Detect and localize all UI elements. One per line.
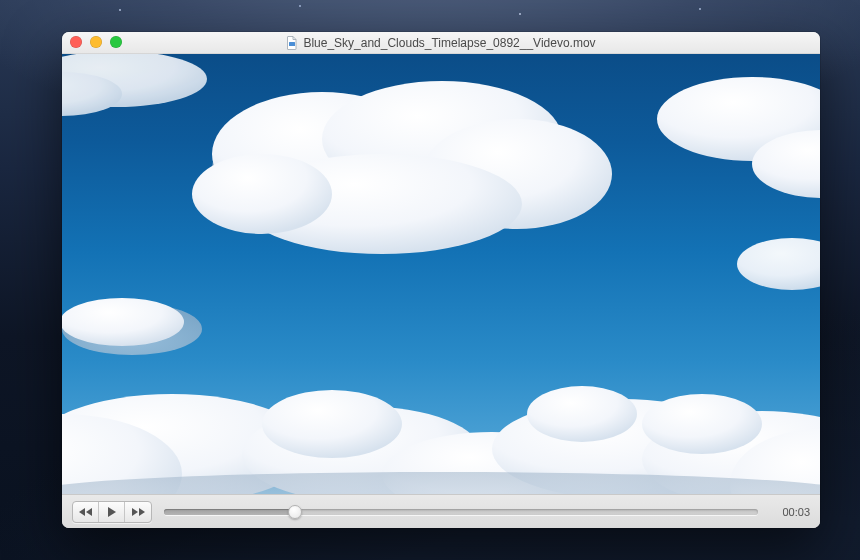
desktop-background: Blue_Sky_and_Clouds_Timelapse_0892__Vide… — [0, 0, 860, 560]
traffic-lights — [70, 36, 122, 48]
window-title-wrap: Blue_Sky_and_Clouds_Timelapse_0892__Vide… — [62, 36, 820, 50]
titlebar[interactable]: Blue_Sky_and_Clouds_Timelapse_0892__Vide… — [62, 32, 820, 54]
window-title: Blue_Sky_and_Clouds_Timelapse_0892__Vide… — [303, 36, 595, 50]
svg-rect-0 — [289, 42, 295, 46]
rewind-button[interactable] — [73, 502, 99, 522]
clouds-artwork — [62, 54, 820, 494]
svg-point-13 — [62, 298, 184, 346]
minimize-button[interactable] — [90, 36, 102, 48]
svg-point-17 — [262, 390, 402, 458]
time-display: 00:03 — [770, 506, 810, 518]
fast-forward-button[interactable] — [125, 502, 151, 522]
scrubber-thumb[interactable] — [288, 505, 302, 519]
scrubber-track — [164, 509, 758, 515]
play-icon — [107, 507, 117, 517]
svg-point-6 — [192, 154, 332, 234]
video-player-window: Blue_Sky_and_Clouds_Timelapse_0892__Vide… — [62, 32, 820, 528]
zoom-button[interactable] — [110, 36, 122, 48]
video-viewport[interactable] — [62, 54, 820, 494]
playback-controls: 00:03 — [62, 494, 820, 528]
play-button[interactable] — [99, 502, 125, 522]
rewind-icon — [79, 507, 93, 517]
document-icon — [286, 36, 298, 50]
scrubber-fill — [164, 509, 295, 515]
close-button[interactable] — [70, 36, 82, 48]
fast-forward-icon — [131, 507, 145, 517]
svg-point-11 — [737, 238, 820, 290]
scrubber[interactable] — [164, 505, 758, 519]
svg-point-20 — [527, 386, 637, 442]
svg-point-22 — [642, 394, 762, 454]
video-frame — [62, 54, 820, 494]
playback-button-group — [72, 501, 152, 523]
